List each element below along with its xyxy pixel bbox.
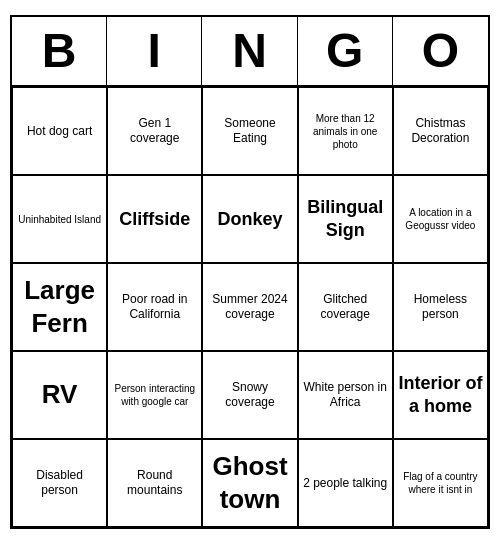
bingo-cell-3: More than 12 animals in one photo (298, 87, 393, 175)
bingo-cell-1: Gen 1 coverage (107, 87, 202, 175)
bingo-cell-13: Glitched coverage (298, 263, 393, 351)
bingo-cell-22: Ghost town (202, 439, 297, 527)
bingo-letter-b: B (12, 17, 107, 86)
bingo-cell-12: Summer 2024 coverage (202, 263, 297, 351)
bingo-letter-i: I (107, 17, 202, 86)
bingo-letter-o: O (393, 17, 488, 86)
bingo-cell-10: Large Fern (12, 263, 107, 351)
bingo-cell-4: Chistmas Decoration (393, 87, 488, 175)
bingo-cell-21: Round mountains (107, 439, 202, 527)
bingo-cell-23: 2 people talking (298, 439, 393, 527)
bingo-letter-n: N (202, 17, 297, 86)
bingo-cell-9: A location in a Geogussr video (393, 175, 488, 263)
bingo-cell-6: Cliffside (107, 175, 202, 263)
bingo-cell-17: Snowy coverage (202, 351, 297, 439)
bingo-cell-20: Disabled person (12, 439, 107, 527)
bingo-letter-g: G (298, 17, 393, 86)
bingo-cell-5: Uninhabited Island (12, 175, 107, 263)
bingo-grid: Hot dog cartGen 1 coverageSomeone Eating… (12, 87, 488, 527)
bingo-card: BINGO Hot dog cartGen 1 coverageSomeone … (10, 15, 490, 530)
bingo-cell-0: Hot dog cart (12, 87, 107, 175)
bingo-header: BINGO (12, 17, 488, 88)
bingo-cell-18: White person in Africa (298, 351, 393, 439)
bingo-cell-11: Poor road in California (107, 263, 202, 351)
bingo-cell-19: Interior of a home (393, 351, 488, 439)
bingo-cell-8: Bilingual Sign (298, 175, 393, 263)
bingo-cell-2: Someone Eating (202, 87, 297, 175)
bingo-cell-24: Flag of a country where it isnt in (393, 439, 488, 527)
bingo-cell-15: RV (12, 351, 107, 439)
bingo-cell-14: Homeless person (393, 263, 488, 351)
bingo-cell-16: Person interacting with google car (107, 351, 202, 439)
bingo-cell-7: Donkey (202, 175, 297, 263)
